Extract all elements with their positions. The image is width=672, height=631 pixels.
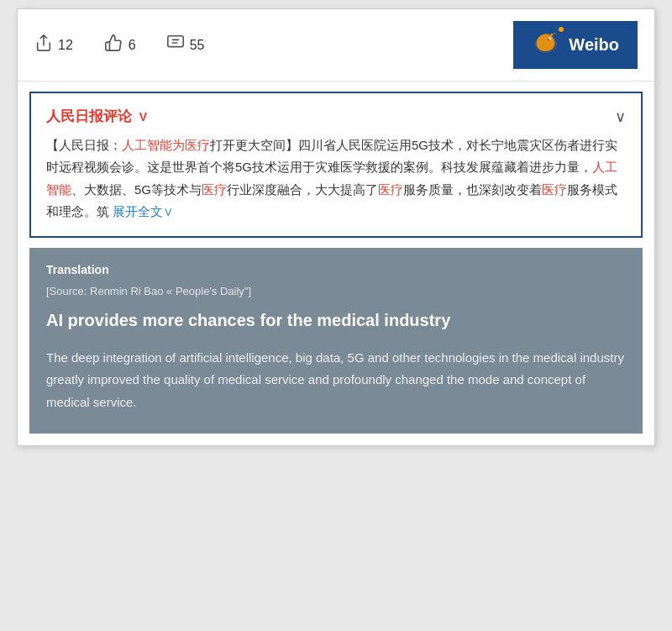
- svg-point-7: [551, 34, 554, 36]
- translation-title: AI provides more chances for the medical…: [46, 309, 626, 332]
- author-name: 人民日报评论 V: [46, 107, 147, 126]
- post-content: 【人民日报：人工智能为医疗打开更大空间】四川省人民医院运用5G技术，对长宁地震灾…: [46, 134, 626, 223]
- weibo-logo-icon: [532, 29, 560, 60]
- share-icon: [34, 34, 53, 57]
- share-count: 12: [58, 38, 73, 53]
- translation-source: [Source: Renmin Ri Bao « People's Daily"…: [46, 285, 626, 297]
- expand-link[interactable]: 展开全文∨: [113, 204, 173, 218]
- comment-icon: [166, 34, 185, 57]
- svg-point-6: [549, 39, 550, 40]
- comment-count: 55: [190, 38, 205, 53]
- main-card: 12 6 55: [17, 8, 655, 446]
- post-box: 人民日报评论 V ∨ 【人民日报：人工智能为医疗打开更大空间】四川省人民医院运用…: [29, 92, 643, 238]
- svg-point-8: [554, 33, 555, 34]
- comment-action[interactable]: 55: [166, 34, 205, 57]
- translation-section: Translation [Source: Renmin Ri Bao « Peo…: [29, 248, 643, 434]
- like-icon: [103, 34, 123, 57]
- translation-body: The deep integration of artificial intel…: [46, 347, 626, 413]
- svg-rect-1: [168, 35, 183, 46]
- like-action[interactable]: 6: [103, 34, 136, 57]
- share-action[interactable]: 12: [34, 34, 73, 57]
- post-author-row: 人民日报评论 V ∨: [46, 107, 626, 126]
- weibo-badge: Weibo: [513, 21, 638, 69]
- like-count: 6: [129, 38, 136, 53]
- expand-chevron[interactable]: ∨: [615, 108, 626, 126]
- translation-label: Translation: [46, 263, 626, 276]
- action-bar: 12 6 55: [18, 9, 654, 82]
- weibo-label: Weibo: [569, 35, 619, 55]
- verified-badge: V: [139, 110, 147, 124]
